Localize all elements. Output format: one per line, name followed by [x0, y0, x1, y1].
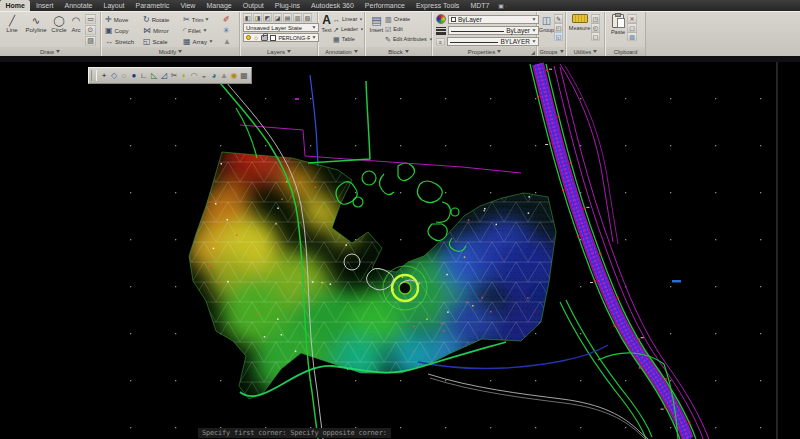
scissors-icon[interactable]: ✂: [169, 70, 179, 82]
layer-lock-icon[interactable]: ▤: [283, 13, 292, 22]
layer-prev-icon[interactable]: ▧: [303, 13, 312, 22]
move-button[interactable]: ✛Move: [105, 14, 141, 25]
circle-button[interactable]: ◯ Circle: [50, 12, 68, 47]
ellipse-icon[interactable]: ⊙: [85, 25, 96, 35]
menu-tab-express-tools[interactable]: Express Tools: [410, 0, 464, 11]
mirror-button[interactable]: ⋈Mirror: [143, 25, 181, 36]
point-group-icon[interactable]: ◌: [119, 70, 129, 82]
text-button[interactable]: A Text: [320, 12, 333, 47]
layer-properties-icon[interactable]: ◧: [243, 13, 252, 22]
table-button[interactable]: ▦Table: [333, 34, 364, 44]
layer-isolate-icon[interactable]: ◩: [263, 13, 272, 22]
copy-clip-icon[interactable]: ▢: [627, 23, 637, 32]
edit-attributes-button[interactable]: ✎Edit Attributes: [385, 34, 433, 44]
linetype-dropdown[interactable]: BYLAYER: [447, 37, 539, 46]
hatch-icon[interactable]: ▨: [85, 36, 96, 46]
trim-button[interactable]: ✂Trim: [183, 14, 221, 25]
menu-tab-mdt7[interactable]: MDT7: [465, 0, 495, 11]
array-button[interactable]: ▦Array: [183, 36, 221, 47]
quick-calc-icon[interactable]: ▢: [591, 32, 600, 41]
polyline-icon[interactable]: ∟: [139, 70, 149, 82]
pyramid-icon[interactable]: ▲: [219, 70, 229, 82]
modify-panel-label[interactable]: Modify: [102, 47, 239, 56]
group-edit-icon[interactable]: ◰: [554, 23, 563, 32]
menu-tab-manage[interactable]: Manage: [201, 0, 237, 11]
line-icon: ╱: [9, 14, 15, 27]
globe-icon[interactable]: ◕: [209, 70, 219, 82]
draw-panel-label[interactable]: Draw: [0, 47, 100, 56]
leader-button[interactable]: ↗Leader: [333, 24, 364, 34]
drawing-canvas[interactable]: +◇◌●∟◺◿✂◗◠◒◕▲◉▦ Specify first corner: Sp…: [0, 62, 800, 439]
arc-icon[interactable]: ◠: [189, 70, 199, 82]
offset-button[interactable]: ▲: [223, 36, 231, 47]
menu-tab-parametric[interactable]: Parametric: [130, 0, 175, 11]
menu-tab-home[interactable]: Home: [0, 0, 30, 11]
line-button[interactable]: ╱ Line: [2, 12, 22, 47]
insert-block-button[interactable]: ▤ Insert: [368, 12, 385, 47]
measure-button[interactable]: Measure: [568, 12, 591, 47]
layer-freeze-icon[interactable]: ◪: [273, 13, 282, 22]
linetype-icon[interactable]: ≡: [436, 38, 445, 46]
erase-button[interactable]: ✐: [223, 14, 230, 25]
polygon-points-icon[interactable]: ◇: [109, 70, 119, 82]
command-prompt[interactable]: Specify first corner: Specify opposite c…: [198, 428, 391, 438]
annotation-panel-label[interactable]: Annotation: [319, 47, 364, 56]
color-wheel-icon[interactable]: [436, 14, 446, 24]
cut-icon[interactable]: ✕: [627, 14, 637, 23]
quick-select-icon[interactable]: ◳: [591, 14, 600, 23]
ungroup-icon[interactable]: ✎: [554, 14, 563, 23]
arc-button[interactable]: ◠ Arc: [69, 12, 83, 47]
group-selection-icon[interactable]: ◱: [554, 32, 563, 41]
chevron-down-icon: [287, 50, 291, 53]
scale-button[interactable]: ◱Scale: [143, 36, 181, 47]
copy-button[interactable]: ▣Copy: [105, 25, 141, 36]
leaf-icon[interactable]: ◗: [179, 70, 189, 82]
rotate-button[interactable]: ↻Rotate: [143, 14, 181, 25]
layers-panel-label[interactable]: Layers: [241, 47, 317, 56]
pan-icon[interactable]: +: [99, 70, 109, 82]
profile-chart-icon[interactable]: ◺: [149, 70, 159, 82]
point-style-icon[interactable]: ◴: [591, 23, 600, 32]
ribbon-options-icon[interactable]: ▣ ·: [495, 0, 511, 11]
toolbar-grip-handle[interactable]: [91, 70, 97, 81]
menu-tab-output[interactable]: Output: [237, 0, 269, 11]
edit-block-button[interactable]: ☑Edit: [385, 24, 433, 34]
block-panel-label[interactable]: Block: [366, 47, 431, 56]
linear-dimension-button[interactable]: ↔Linear: [333, 14, 364, 24]
camera-icon[interactable]: ▦: [239, 70, 249, 82]
dialog-launcher-icon[interactable]: [531, 51, 535, 55]
clipboard-panel-label[interactable]: Clipboard: [606, 47, 645, 56]
layer-state-dropdown[interactable]: Unsaved Layer State: [243, 23, 319, 32]
sphere-icon[interactable]: ●: [129, 70, 139, 82]
properties-panel-label[interactable]: Properties: [433, 47, 536, 56]
menu-tab-insert[interactable]: Insert: [30, 0, 59, 11]
zoom-icon[interactable]: ◉: [229, 70, 239, 82]
lineweight-dropdown[interactable]: ByLayer: [448, 26, 539, 35]
paste-special-icon[interactable]: ▨: [627, 32, 637, 41]
create-block-button[interactable]: ▥Create: [385, 14, 433, 24]
layer-dropdown[interactable]: ☼ PERLONG-RASPRV: [243, 33, 319, 42]
rectangle-icon[interactable]: ▭: [85, 14, 96, 24]
menu-tab-performance[interactable]: Performance: [359, 0, 410, 11]
menu-tab-plug-ins[interactable]: Plug-ins: [269, 0, 305, 11]
section-chart-icon[interactable]: ◿: [159, 70, 169, 82]
fillet-button[interactable]: ◜Fillet: [183, 25, 221, 36]
panel-clipboard: Paste ✕ ▢ ▨ Clipboard: [606, 12, 646, 56]
lineweight-icon[interactable]: [436, 27, 446, 35]
group-button[interactable]: ◫ Group: [539, 12, 554, 47]
layer-unlock-icon: [261, 35, 268, 41]
groups-panel-label[interactable]: Groups: [538, 47, 565, 56]
menu-tab-layout[interactable]: Layout: [98, 0, 130, 11]
layer-off-icon[interactable]: ◨: [253, 13, 262, 22]
polyline-button[interactable]: ∿ Polyline: [23, 12, 49, 47]
utilities-panel-label[interactable]: Utilities: [567, 47, 604, 56]
object-color-dropdown[interactable]: ByLayer: [448, 15, 539, 24]
stretch-button[interactable]: ↔Stretch: [105, 36, 141, 47]
paste-button[interactable]: Paste: [609, 12, 627, 47]
explode-button[interactable]: ✳: [223, 25, 230, 36]
menu-tab-annotate[interactable]: Annotate: [59, 0, 98, 11]
menu-tab-autodesk-360[interactable]: Autodesk 360: [306, 0, 360, 11]
layer-match-icon[interactable]: ▥: [293, 13, 302, 22]
mesh-sphere-icon[interactable]: ◒: [199, 70, 209, 82]
menu-tab-view[interactable]: View: [175, 0, 201, 11]
